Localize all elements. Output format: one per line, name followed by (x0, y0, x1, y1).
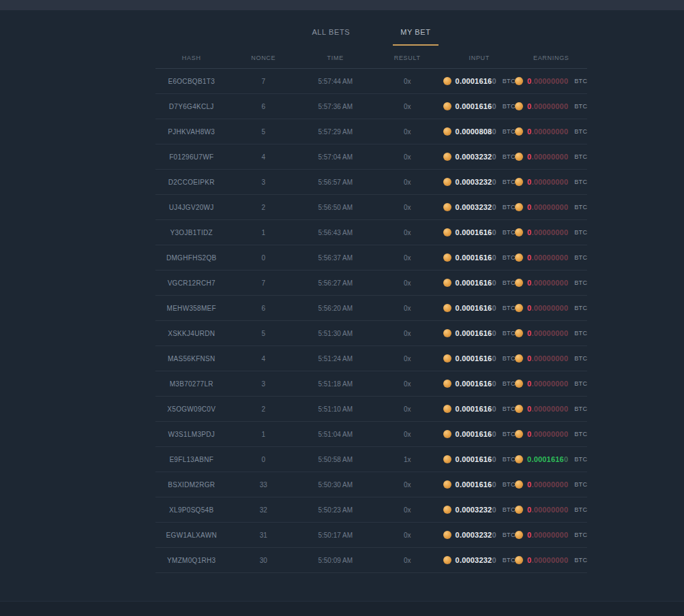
earnings-currency-label: BTC (574, 153, 587, 160)
earnings-currency-label: BTC (574, 506, 587, 513)
tab-my-bet[interactable]: MY BET (393, 25, 438, 46)
table-row[interactable]: W3S1LM3PDJ 1 5:51:04 AM 0x 0.00016160 BT… (155, 422, 587, 447)
btc-coin-icon (443, 556, 451, 564)
bet-input: 0.00008080 BTC (443, 127, 516, 136)
table-row[interactable]: YMZM0Q1RH3 30 5:50:09 AM 0x 0.00032320 B… (155, 548, 587, 573)
bet-nonce: 0 (228, 456, 300, 463)
earnings-currency-label: BTC (574, 179, 587, 185)
table-row[interactable]: MAS56KFNSN 4 5:51:24 AM 0x 0.00016160 BT… (155, 346, 587, 371)
bet-hash[interactable]: MEHW358MEF (155, 305, 228, 312)
bet-nonce: 1 (228, 229, 300, 236)
bet-hash[interactable]: EGW1ALXAWN (155, 532, 228, 539)
bet-input: 0.00032320 BTC (443, 531, 516, 539)
bet-hash[interactable]: D2CCOEIPKR (155, 179, 228, 186)
input-amount: 0.00032320 (456, 178, 496, 186)
input-currency-label: BTC (503, 305, 516, 311)
table-row[interactable]: D7Y6G4KCLJ 6 5:57:36 AM 0x 0.00016160 BT… (155, 94, 587, 119)
bet-earnings: 0.00000000 BTC (516, 228, 588, 236)
table-row[interactable]: VGCR12RCH7 7 5:56:27 AM 0x 0.00016160 BT… (155, 271, 587, 296)
table-row[interactable]: X5OGW09C0V 2 5:51:10 AM 0x 0.00016160 BT… (155, 397, 587, 422)
table-row[interactable]: UJ4JGV20WJ 2 5:56:50 AM 0x 0.00032320 BT… (155, 195, 587, 220)
bet-earnings: 0.00000000 BTC (516, 178, 588, 186)
btc-coin-icon (515, 304, 523, 312)
bet-input: 0.00016160 BTC (443, 380, 516, 388)
btc-coin-icon (443, 329, 451, 337)
earnings-currency-label: BTC (574, 456, 587, 463)
input-currency-label: BTC (503, 380, 516, 387)
btc-coin-icon (443, 153, 451, 161)
btc-coin-icon (515, 203, 523, 211)
bet-hash[interactable]: YMZM0Q1RH3 (155, 557, 228, 564)
input-amount: 0.00016160 (456, 354, 496, 363)
bet-nonce: 3 (228, 380, 300, 388)
table-row[interactable]: BSXIDM2RGR 33 5:50:30 AM 0x 0.00016160 B… (155, 472, 587, 497)
btc-coin-icon (515, 153, 523, 161)
btc-coin-icon (515, 455, 523, 463)
btc-coin-icon (515, 329, 523, 337)
table-row[interactable]: PJHKVAH8W3 5 5:57:29 AM 0x 0.00008080 BT… (155, 119, 587, 144)
bet-earnings: 0.00000000 BTC (516, 354, 588, 363)
table-row[interactable]: E6OCBQB1T3 7 5:57:44 AM 0x 0.00016160 BT… (155, 69, 587, 94)
table-row[interactable]: MEHW358MEF 6 5:56:20 AM 0x 0.00016160 BT… (155, 296, 587, 321)
bet-hash[interactable]: Y3OJB1TIDZ (155, 229, 228, 236)
bet-input: 0.00032320 BTC (443, 153, 516, 161)
bets-tabs: ALL BETS MY BET (155, 25, 587, 46)
earnings-amount: 0.00000000 (527, 405, 568, 413)
input-currency-label: BTC (503, 431, 516, 437)
bet-hash[interactable]: W3S1LM3PDJ (155, 431, 228, 438)
btc-coin-icon (515, 127, 523, 136)
btc-coin-icon (443, 380, 451, 388)
input-currency-label: BTC (503, 355, 516, 362)
input-currency-label: BTC (503, 405, 516, 412)
bet-hash[interactable]: UJ4JGV20WJ (155, 204, 228, 211)
bet-hash[interactable]: E6OCBQB1T3 (155, 78, 228, 85)
table-row[interactable]: XL9P0SQ54B 32 5:50:23 AM 0x 0.00032320 B… (155, 497, 587, 523)
bet-result: 0x (372, 355, 444, 363)
table-row[interactable]: DMGHFHS2QB 0 5:56:37 AM 0x 0.00016160 BT… (155, 245, 587, 271)
bet-earnings: 0.00000000 BTC (516, 153, 588, 161)
bet-hash[interactable]: PJHKVAH8W3 (155, 128, 228, 136)
table-row[interactable]: E9FL13ABNF 0 5:50:58 AM 1x 0.00016160 BT… (155, 447, 587, 472)
bet-hash[interactable]: DMGHFHS2QB (155, 254, 228, 262)
bet-earnings: 0.00000000 BTC (516, 430, 588, 438)
input-currency-label: BTC (503, 128, 516, 135)
column-header-earnings: EARNINGS (516, 55, 588, 61)
bet-result: 0x (372, 380, 444, 388)
table-row[interactable]: F01296U7WF 4 5:57:04 AM 0x 0.00032320 BT… (155, 144, 587, 170)
input-currency-label: BTC (503, 279, 516, 286)
btc-coin-icon (443, 405, 451, 413)
tab-all-bets[interactable]: ALL BETS (304, 25, 357, 46)
bet-hash[interactable]: XSKKJ4URDN (155, 330, 228, 337)
btc-coin-icon (515, 531, 523, 539)
btc-coin-icon (515, 178, 523, 186)
bet-time: 5:56:20 AM (299, 305, 372, 312)
bet-hash[interactable]: XL9P0SQ54B (155, 506, 228, 514)
bet-time: 5:51:04 AM (299, 431, 372, 438)
bet-time: 5:57:29 AM (299, 128, 372, 136)
input-amount: 0.00016160 (456, 253, 496, 262)
table-row[interactable]: M3B70277LR 3 5:51:18 AM 0x 0.00016160 BT… (155, 371, 587, 397)
bet-hash[interactable]: BSXIDM2RGR (155, 481, 228, 489)
bet-hash[interactable]: F01296U7WF (155, 153, 228, 161)
bet-time: 5:56:57 AM (299, 179, 372, 186)
bet-hash[interactable]: X5OGW09C0V (155, 405, 228, 413)
btc-coin-icon (443, 531, 451, 539)
bet-input: 0.00016160 BTC (443, 77, 516, 85)
bet-input: 0.00032320 BTC (443, 203, 516, 211)
btc-coin-icon (515, 279, 523, 287)
earnings-amount: 0.00000000 (527, 127, 568, 136)
bet-hash[interactable]: M3B70277LR (155, 380, 228, 388)
bet-hash[interactable]: D7Y6G4KCLJ (155, 103, 228, 110)
bet-hash[interactable]: VGCR12RCH7 (155, 279, 228, 287)
table-row[interactable]: XSKKJ4URDN 5 5:51:30 AM 0x 0.00016160 BT… (155, 321, 587, 346)
bet-hash[interactable]: E9FL13ABNF (155, 456, 228, 463)
table-row[interactable]: Y3OJB1TIDZ 1 5:56:43 AM 0x 0.00016160 BT… (155, 220, 587, 245)
table-row[interactable]: D2CCOEIPKR 3 5:56:57 AM 0x 0.00032320 BT… (155, 170, 587, 195)
bet-hash[interactable]: MAS56KFNSN (155, 355, 228, 363)
btc-coin-icon (443, 203, 451, 211)
btc-coin-icon (515, 380, 523, 388)
bet-time: 5:56:43 AM (299, 229, 372, 236)
table-row[interactable]: EGW1ALXAWN 31 5:50:17 AM 0x 0.00032320 B… (155, 523, 587, 548)
bet-earnings: 0.00000000 BTC (516, 531, 588, 539)
earnings-currency-label: BTC (574, 405, 587, 412)
